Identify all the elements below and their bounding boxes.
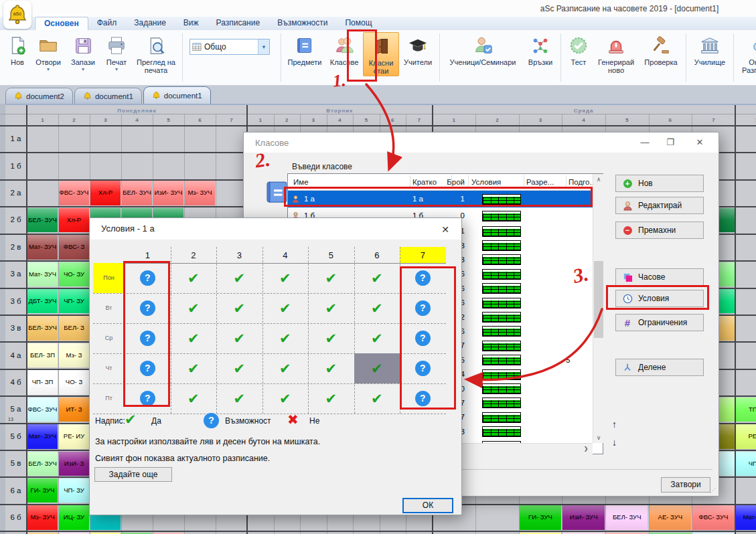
scroll-up-icon[interactable]: ∧ — [593, 176, 604, 183]
scroll-right-icon[interactable]: ❯ — [581, 446, 591, 452]
doc-tab-document1[interactable]: document1 — [74, 88, 142, 104]
links-button[interactable]: Връзки — [523, 32, 558, 66]
timetable-cell[interactable]: ФВС- ЗУЧ — [692, 505, 735, 529]
timetable-cell[interactable]: РЕ- И — [736, 424, 756, 448]
condition-cell[interactable]: ? — [125, 383, 171, 414]
new-button[interactable]: Нов — [4, 32, 31, 66]
timetable-cell[interactable]: ЧП- З — [736, 452, 756, 476]
timetable-cell[interactable]: ЧО- З — [59, 370, 89, 394]
condition-cell[interactable]: ✔ — [308, 323, 354, 353]
remove-class-button[interactable]: − Премахни — [615, 221, 704, 239]
students-seminars-button[interactable]: Ученици/Семинари — [443, 32, 523, 66]
condition-cell[interactable]: ✔ — [262, 293, 309, 323]
chevron-down-icon[interactable]: ▾ — [115, 67, 118, 73]
class-row[interactable]: 1 а1 а1 — [288, 191, 593, 207]
timetable-cell[interactable]: ДБТ- ЗУЧ — [27, 289, 58, 313]
timetable-cell[interactable]: Мат- ЗУЧ — [736, 505, 756, 529]
condition-cell[interactable]: ✔ — [171, 293, 217, 323]
open-button[interactable]: Отвори ▾ — [31, 32, 66, 73]
condition-cell[interactable]: ✔ — [171, 263, 217, 293]
ok-button[interactable]: ОК — [402, 498, 453, 513]
close-icon[interactable]: ✕ — [436, 224, 455, 235]
tab-file[interactable]: Файл — [88, 17, 126, 30]
condition-cell[interactable]: ✔ — [216, 263, 262, 293]
timetable-cell[interactable]: ТП- З — [736, 397, 756, 422]
online-timetables-button[interactable]: Онлайн Разписания — [737, 32, 756, 75]
timetable-cell[interactable]: БЕЛ- ЗУЧ — [606, 505, 648, 529]
condition-cell[interactable]: ✔ — [354, 323, 400, 353]
condition-cell[interactable]: ? — [400, 263, 446, 293]
restrictions-button[interactable]: # Ограничения — [615, 314, 704, 331]
timetable-cell[interactable]: Хл-Р — [59, 208, 89, 232]
subjects-button[interactable]: Предмети — [284, 32, 325, 66]
condition-cell[interactable]: ? — [400, 323, 446, 353]
condition-cell[interactable]: ✔ — [308, 383, 354, 414]
timetable-cell[interactable]: БЕЛ- ЗУЧ — [27, 452, 58, 476]
tab-timetable[interactable]: Разписание — [208, 17, 269, 30]
edit-class-button[interactable]: Редактирай — [615, 197, 704, 214]
condition-cell[interactable]: ✔ — [354, 383, 400, 414]
column-header-count[interactable]: Брой — [442, 174, 465, 190]
condition-cell[interactable]: ✔ — [171, 323, 217, 353]
scroll-down-icon[interactable]: ∨ — [593, 434, 604, 441]
scrollbar-thumb[interactable] — [594, 261, 603, 338]
save-button[interactable]: Запази ▾ — [66, 32, 100, 73]
conditions-dialog-titlebar[interactable]: Условия - 1 а ✕ — [90, 218, 461, 240]
timetable-cell[interactable]: ЧП- ЗП — [27, 370, 58, 394]
school-button[interactable]: Училище — [689, 32, 731, 66]
condition-cell[interactable]: ✔ — [308, 293, 354, 323]
timetable-cell[interactable]: ЧП- ЗУ — [59, 289, 89, 313]
timetable-cell[interactable]: ФВС- ЗУЧ — [59, 181, 89, 205]
column-header-allowed[interactable]: Разре... — [526, 174, 563, 190]
view-combobox[interactable]: Общо ▼ — [190, 39, 270, 55]
timetable-cell[interactable]: ИзИ- ЗУЧ — [153, 181, 183, 205]
tab-home[interactable]: Основен — [35, 17, 88, 30]
condition-cell[interactable]: ? — [125, 323, 171, 353]
tab-help[interactable]: Помощ — [336, 17, 380, 30]
condition-cell[interactable]: ✔ — [262, 323, 309, 353]
tab-task[interactable]: Задание — [125, 17, 175, 30]
timetable-cell[interactable]: ЧП- ЗУ — [59, 478, 89, 503]
tab-options[interactable]: Възможности — [269, 17, 336, 30]
timetable-cell[interactable]: ФВС- ЗУЧ — [27, 397, 58, 422]
column-header-prepared[interactable]: Подго... — [569, 174, 593, 190]
timetable-cell[interactable]: Мз- ЗУЧ — [185, 181, 215, 205]
timetable-cell[interactable]: БЕЛ- З — [59, 316, 89, 340]
condition-cell[interactable]: ✔ — [354, 263, 400, 293]
classrooms-button[interactable]: Класни стаи — [363, 32, 399, 76]
column-header-name[interactable]: Име — [293, 174, 407, 190]
maximize-icon[interactable]: ❐ — [661, 137, 680, 147]
condition-cell[interactable]: ✔ — [171, 353, 217, 383]
teachers-button[interactable]: Учители — [399, 32, 437, 66]
timetable-cell[interactable]: ЧО- ЗУ — [59, 262, 89, 286]
condition-cell[interactable]: ✔ — [308, 353, 354, 383]
timetable-cell[interactable]: ИзИ- ЗУЧ — [562, 505, 605, 529]
minimize-icon[interactable]: — — [635, 137, 654, 147]
new-class-button[interactable]: + Нов — [615, 175, 704, 192]
tab-view[interactable]: Виж — [175, 17, 208, 30]
timetable-cell[interactable]: Мз- ЗУЧ — [27, 505, 58, 529]
condition-cell[interactable]: ✔ — [308, 263, 354, 293]
timetable-cell[interactable]: Хл-Р — [90, 181, 121, 205]
print-preview-button[interactable]: Преглед на печата — [133, 32, 179, 75]
condition-cell[interactable]: ✔ — [216, 353, 262, 383]
move-down-icon[interactable]: ↓ — [612, 437, 617, 448]
condition-cell[interactable]: ? — [125, 353, 171, 383]
condition-cell[interactable]: ✔ — [262, 383, 309, 414]
timetable-cell[interactable]: ИТ- З — [59, 397, 89, 422]
classes-button[interactable]: Класове — [325, 32, 363, 66]
test-button[interactable]: Тест — [564, 32, 593, 66]
condition-cell[interactable]: ? — [400, 293, 446, 323]
condition-cell[interactable]: ✔ — [216, 383, 262, 414]
condition-cell[interactable]: ✔ — [354, 353, 400, 383]
condition-cell[interactable]: ✔ — [216, 293, 262, 323]
classes-dialog-titlebar[interactable]: Класове — ❐ ✕ — [244, 132, 719, 153]
condition-cell[interactable]: ✔ — [171, 383, 217, 414]
timetable-cell[interactable]: БЕЛ- ЗУЧ — [27, 316, 58, 340]
combobox-arrow-icon[interactable]: ▼ — [258, 39, 269, 54]
chevron-down-icon[interactable]: ▾ — [47, 67, 50, 73]
timetable-cell[interactable]: Мат- ЗУЧ — [27, 235, 58, 259]
timetable-cell[interactable]: АЕ- ЗУЧ — [650, 505, 692, 529]
print-button[interactable]: Печат ▾ — [100, 32, 133, 73]
division-button[interactable]: Делене — [615, 359, 704, 376]
